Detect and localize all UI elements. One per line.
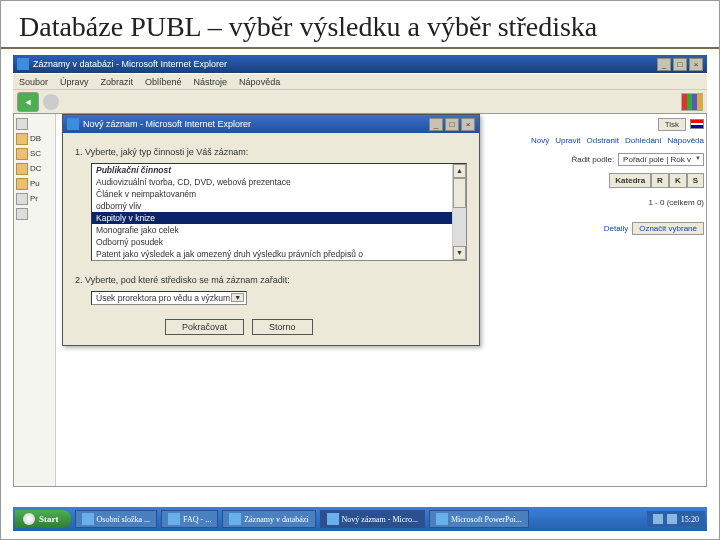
department-select[interactable]: Úsek prorektora pro vědu a výzkum [91, 291, 247, 305]
listbox-option-selected[interactable]: Kapitoly v knize [92, 212, 466, 224]
taskbar-task-0[interactable]: Osobní složka ... [75, 510, 158, 528]
taskbar-task-1[interactable]: FAQ - ... [161, 510, 218, 528]
clock: 15:20 [681, 515, 699, 524]
listbox-option[interactable]: Audiovizuální tvorba, CD, DVD, webová pr… [92, 176, 466, 188]
col-s[interactable]: S [687, 173, 704, 188]
modal-close-button[interactable]: × [461, 118, 475, 131]
modal-buttons: Pokračovat Storno [75, 319, 467, 335]
print-button[interactable]: Tisk [658, 118, 686, 131]
listbox-header: Publikační činnost [92, 164, 466, 176]
taskbar: Start Osobní složka ... FAQ - ... Záznam… [13, 507, 707, 531]
detail-link[interactable]: Detaily [604, 224, 628, 233]
sidebar-item-db[interactable]: DB [14, 131, 55, 146]
listbox-option[interactable]: odborný vliv [92, 200, 466, 212]
sidebar-item-dc[interactable]: DC [14, 161, 55, 176]
app-icon [436, 513, 448, 525]
menu-nastroje[interactable]: Nástroje [194, 77, 228, 87]
link-novy[interactable]: Nový [531, 136, 549, 145]
app-icon [168, 513, 180, 525]
menu-oblibene[interactable]: Oblíbené [145, 77, 182, 87]
app-icon [327, 513, 339, 525]
forward-button[interactable] [43, 94, 59, 110]
outer-menubar: Soubor Úpravy Zobrazit Oblíbené Nástroje… [13, 73, 707, 89]
back-button[interactable]: ◄ [17, 92, 39, 112]
outer-titlebar: Záznamy v databázi - Microsoft Internet … [13, 55, 707, 73]
minimize-button[interactable]: _ [657, 58, 671, 71]
link-napoveda[interactable]: Nápověda [668, 136, 704, 145]
start-button[interactable]: Start [15, 510, 71, 528]
sort-select[interactable]: Pořadí pole | Rok v [618, 153, 704, 166]
table-header: Katedra R K S [504, 173, 704, 188]
cancel-button[interactable]: Storno [252, 319, 313, 335]
folder-icon [16, 133, 28, 145]
slide-title: Databáze PUBL – výběr výsledku a výběr s… [1, 1, 719, 47]
close-button[interactable]: × [689, 58, 703, 71]
menu-soubor[interactable]: Soubor [19, 77, 48, 87]
link-dohledani[interactable]: Dohledání [625, 136, 661, 145]
step2-label: 2. Vyberte, pod které středisko se má zá… [75, 275, 467, 285]
folder-icon [16, 178, 28, 190]
action-links: Nový Upravit Odstranit Dohledání Nápověd… [504, 136, 704, 145]
folder-icon [16, 208, 28, 220]
sidebar-item-pr[interactable]: Pr [14, 191, 55, 206]
listbox-option[interactable]: Prezentace na konferencích a seminářích … [92, 260, 466, 261]
system-tray[interactable]: 15:20 [647, 511, 705, 527]
modal-body: 1. Vyberte, jaký typ činnosti je Váš záz… [63, 133, 479, 345]
tray-icon[interactable] [667, 514, 677, 524]
modal-minimize-button[interactable]: _ [429, 118, 443, 131]
menu-zobrazit[interactable]: Zobrazit [101, 77, 134, 87]
maximize-button[interactable]: □ [673, 58, 687, 71]
app-icon [229, 513, 241, 525]
app-icon [82, 513, 94, 525]
sidebar-item-0[interactable] [14, 116, 55, 131]
scroll-up-icon[interactable]: ▲ [453, 164, 466, 178]
ie-icon [67, 118, 79, 130]
select-marked-button[interactable]: Označit vybrané [632, 222, 704, 235]
sidebar-item-6[interactable] [14, 206, 55, 221]
col-k[interactable]: K [669, 173, 687, 188]
modal-titlebar: Nový záznam - Microsoft Internet Explore… [63, 115, 479, 133]
menu-napoveda[interactable]: Nápověda [239, 77, 280, 87]
scroll-thumb[interactable] [453, 178, 466, 208]
link-upravit[interactable]: Upravit [555, 136, 580, 145]
tray-icon[interactable] [653, 514, 663, 524]
browser-content: DB SC DC Pu Pr Tisk Nový Upravit Odstran… [13, 113, 707, 487]
listbox-option[interactable]: Monografie jako celek [92, 224, 466, 236]
step1-label: 1. Vyberte, jaký typ činnosti je Váš záz… [75, 147, 467, 157]
screenshot-container: Záznamy v databázi - Microsoft Internet … [13, 55, 707, 487]
continue-button[interactable]: Pokračovat [165, 319, 244, 335]
sidebar-item-pu[interactable]: Pu [14, 176, 55, 191]
title-underline [1, 47, 719, 49]
scroll-down-icon[interactable]: ▼ [453, 246, 466, 260]
folder-icon [16, 118, 28, 130]
menu-upravy[interactable]: Úpravy [60, 77, 89, 87]
left-sidebar: DB SC DC Pu Pr [14, 114, 56, 486]
taskbar-task-2[interactable]: Záznamy v databázi [222, 510, 315, 528]
activity-type-listbox[interactable]: Publikační činnost Audiovizuální tvorba,… [91, 163, 467, 261]
result-count: 1 - 0 (celkem 0) [648, 198, 704, 207]
scroll-track[interactable] [453, 208, 466, 246]
link-odstranit[interactable]: Odstranit [587, 136, 619, 145]
folder-icon [16, 148, 28, 160]
flag-icon [690, 119, 704, 129]
listbox-option[interactable]: Článek v neimpaktovaném [92, 188, 466, 200]
windows-start-icon [23, 513, 35, 525]
windows-logo-icon [681, 93, 703, 111]
sort-label: Řadit podle: [571, 155, 614, 164]
col-katedra[interactable]: Katedra [609, 173, 651, 188]
outer-toolbar: ◄ [13, 89, 707, 113]
folder-icon [16, 163, 28, 175]
taskbar-task-3[interactable]: Nový záznam - Micro... [320, 510, 425, 528]
taskbar-task-4[interactable]: Microsoft PowerPoi... [429, 510, 529, 528]
listbox-option[interactable]: Patent jako výsledek a jak omezený druh … [92, 248, 466, 260]
folder-icon [16, 193, 28, 205]
modal-title: Nový záznam - Microsoft Internet Explore… [83, 119, 427, 129]
modal-maximize-button[interactable]: □ [445, 118, 459, 131]
outer-window-title: Záznamy v databázi - Microsoft Internet … [33, 59, 655, 69]
sidebar-item-sc[interactable]: SC [14, 146, 55, 161]
start-label: Start [39, 514, 59, 524]
new-record-dialog: Nový záznam - Microsoft Internet Explore… [62, 114, 480, 346]
listbox-scrollbar[interactable]: ▲ ▼ [452, 164, 466, 260]
col-r[interactable]: R [651, 173, 669, 188]
listbox-option[interactable]: Odborný posudek [92, 236, 466, 248]
